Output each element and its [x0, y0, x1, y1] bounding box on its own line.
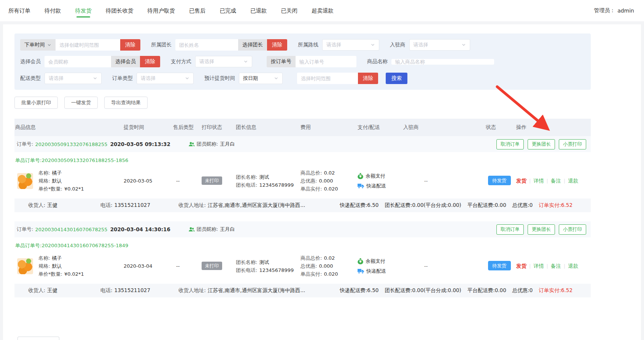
change-leader-button[interactable]: 更换团长 [528, 224, 555, 235]
ticket-print-button[interactable]: 小票打印 [559, 224, 586, 235]
pickup-time-range-input[interactable] [297, 73, 358, 84]
export-results-button[interactable]: 导出查询结果 [104, 97, 148, 109]
express-fee: 快递配送费:6.50 [340, 202, 378, 209]
clear-member-button[interactable]: 清除 [140, 56, 160, 67]
toolbar: 批量小票打印 一键发货 导出查询结果 [14, 97, 591, 109]
payment-select-placeholder: 请选择 [199, 58, 214, 65]
refund-link[interactable]: 退款 [568, 178, 578, 184]
cancel-order-button[interactable]: 取消订单 [496, 224, 524, 235]
remark-link[interactable]: 备注 [551, 178, 561, 184]
product-name-label: 名称: [38, 255, 50, 261]
payment-filter-label: 支付方式 [171, 58, 191, 65]
col-header-merchant: 入驻商 [403, 124, 486, 131]
order-group-1: 订单号: 20200305091332076188255 2020-03-05 … [14, 136, 591, 212]
platform-delivery-fee: 平台配送费:0.00 [467, 202, 506, 209]
change-leader-button[interactable]: 更换团长 [528, 139, 555, 149]
truck-icon [358, 183, 364, 189]
cancel-order-button[interactable]: 取消订单 [496, 139, 524, 149]
leader-filter-group: 选择团长 清除 [175, 39, 287, 51]
divider: | [564, 178, 565, 184]
fee-discount-label: 总优惠: [301, 263, 317, 269]
member-nickname-input[interactable] [45, 56, 111, 67]
order-no-mode-button[interactable]: 按订单号 [267, 56, 296, 67]
order-no-label: 订单号: [17, 226, 33, 233]
product-name: 橘子 [52, 255, 62, 261]
payment-method: 余额支付 [366, 172, 385, 180]
tab-refunded[interactable]: 已退款 [250, 0, 267, 21]
leader-delivery-fee: 团长配送费:0.00(平台分成:0.00) [385, 202, 461, 209]
receiver-phone: 13515211027 [114, 202, 150, 208]
clear-pickup-range-button[interactable]: 清除 [358, 73, 378, 84]
leader-name: 测试 [259, 174, 269, 180]
ship-link[interactable]: 发货 [516, 263, 526, 270]
product-info-cell: 名称:橘子 规格:默认 单价*数量:¥0.02*1 [14, 169, 124, 193]
detail-link[interactable]: 详情 [533, 178, 544, 184]
route-select[interactable]: 请选择 [322, 39, 379, 51]
tab-after-sale[interactable]: 已售后 [189, 0, 206, 21]
product-name-input[interactable] [391, 59, 494, 65]
tab-pending-payment[interactable]: 待付款 [45, 0, 61, 21]
created-time-range-input[interactable] [56, 39, 120, 51]
fee-paid: 0.020 [324, 186, 338, 192]
order-type-placeholder: 请选择 [141, 75, 156, 82]
merchant-select[interactable]: 请选择 [409, 39, 470, 51]
row-actions-cell: 发货| 详情| 备注| 退款 [516, 178, 591, 184]
col-header-payment-delivery: 支付/配送 [358, 124, 403, 131]
chevron-down-icon [185, 76, 189, 81]
tab-leader-receiving[interactable]: 待团长收货 [106, 0, 134, 21]
detail-link[interactable]: 详情 [533, 263, 544, 270]
product-name: 橘子 [52, 170, 62, 176]
one-key-ship-button[interactable]: 一键发货 [64, 97, 98, 109]
leader-name-input[interactable] [175, 39, 238, 51]
payment-select[interactable]: 请选择 [195, 56, 252, 67]
ship-link[interactable]: 发货 [516, 178, 526, 184]
select-member-button[interactable]: 选择会员 [111, 56, 140, 67]
order-no-link[interactable]: 20200304143016070678255 [35, 227, 107, 232]
select-leader-button[interactable]: 选择团长 [238, 39, 267, 51]
sub-order-no-link[interactable]: 单品订单号:20200304143016070678255-1849 [15, 243, 128, 248]
tab-user-pickup[interactable]: 待用户取货 [148, 0, 175, 21]
remark-link[interactable]: 备注 [551, 263, 561, 270]
search-button[interactable]: 搜索 [386, 73, 407, 84]
product-price-qty: ¥0.02*1 [64, 186, 84, 192]
delivery-type-select[interactable]: 请选择 [45, 73, 102, 84]
ticket-print-button[interactable]: 小票打印 [559, 139, 586, 149]
member-info: 团员昵称: 王月白 [189, 141, 235, 148]
tab-closed[interactable]: 已关闭 [281, 0, 298, 21]
tab-completed[interactable]: 已完成 [220, 0, 237, 21]
order-no-input[interactable] [296, 56, 356, 67]
batch-ticket-print-button[interactable]: 批量小票打印 [14, 97, 58, 109]
leader-name-label: 团长名称: [236, 174, 257, 180]
pickup-time-value: 2020-03-05 [124, 178, 153, 184]
col-header-aftersale-type: 售后类型 [173, 124, 202, 131]
admin-username: admin [617, 8, 634, 14]
col-header-leader-info: 团长信息 [236, 124, 301, 131]
express-fee: 快递配送费:6.50 [340, 287, 378, 294]
leader-info-cell: 团长名称:测试 团长电话:12345678999 [236, 173, 301, 189]
leader-phone: 12345678999 [259, 182, 294, 188]
refund-link[interactable]: 退款 [568, 263, 578, 270]
filter-row-1: 下单时间 清除 所属团长 选择团长 清除 所属路线 请选择 入驻商 请选择 [20, 39, 585, 51]
tab-oversold-refund[interactable]: 超卖退款 [312, 0, 334, 21]
member-nickname-label: 团员昵称: [197, 141, 218, 148]
tab-all-orders[interactable]: 所有订单 [8, 0, 30, 21]
leader-phone: 12345678999 [259, 267, 294, 273]
pickup-date-mode-select[interactable]: 按日期 [239, 73, 283, 84]
sub-order-no-link[interactable]: 单品订单号:20200305091332076188255-1856 [15, 157, 128, 163]
product-spec-label: 规格: [38, 263, 50, 269]
clear-leader-button[interactable]: 清除 [267, 39, 287, 51]
order-time-mode-button[interactable]: 下单时间 [20, 39, 56, 51]
receiver-phone: 13515211027 [114, 287, 150, 293]
order-type-select[interactable]: 请选择 [137, 73, 194, 84]
order-no-link[interactable]: 20200305091332076188255 [35, 141, 107, 147]
clear-created-time-button[interactable]: 清除 [120, 39, 140, 51]
footer-fees: 快递配送费:6.50 团长配送费:0.00(平台分成:0.00) 平台配送费:0… [340, 202, 572, 209]
delivery-type-placeholder: 请选择 [49, 75, 64, 82]
leader-info-cell: 团长名称:测试 团长电话:12345678999 [236, 258, 301, 274]
fee-total: 0.02 [324, 170, 335, 176]
order-header-actions: 取消订单 更换团长 小票打印 [496, 224, 586, 235]
member-icon [189, 227, 195, 232]
tab-pending-shipment[interactable]: 待发货 [75, 0, 92, 21]
col-header-pickup-time: 提货时间 [124, 124, 173, 131]
product-image [17, 173, 33, 189]
